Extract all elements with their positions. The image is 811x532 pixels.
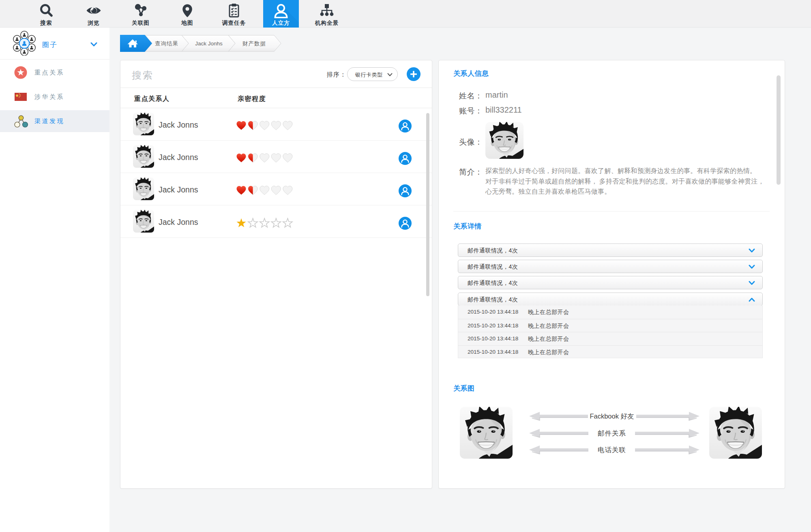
svg-text:电话关联: 电话关联 bbox=[598, 446, 626, 453]
svg-text:邮件关系: 邮件关系 bbox=[598, 429, 626, 437]
svg-text:Jack Jonhs: Jack Jonhs bbox=[195, 41, 223, 47]
svg-text:查询结果: 查询结果 bbox=[155, 41, 178, 47]
svg-text:Fackbook 好友: Fackbook 好友 bbox=[590, 412, 634, 420]
svg-text:财产数据: 财产数据 bbox=[242, 41, 266, 47]
